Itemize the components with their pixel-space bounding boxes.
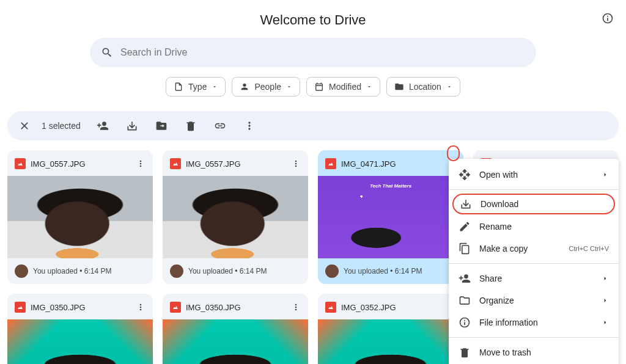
file-name: IMG_0350.JPG (186, 303, 284, 312)
rename-icon (458, 220, 471, 233)
file-meta: You uploaded • 6:14 PM (188, 267, 267, 275)
file-thumbnail[interactable] (318, 319, 463, 364)
trash-icon (458, 346, 471, 359)
copy-icon (458, 242, 471, 255)
file-meta: You uploaded • 6:14 PM (33, 267, 112, 275)
filter-chip-modified[interactable]: Modified (306, 77, 380, 96)
file-more-button[interactable] (133, 300, 148, 315)
filter-chips: Type People Modified Location (0, 77, 626, 96)
drive-move-icon (155, 120, 168, 132)
download-icon (126, 120, 138, 132)
chip-label: Location (409, 82, 441, 92)
selection-toolbar: 1 selected (7, 111, 619, 140)
search-icon (101, 46, 113, 59)
info-button[interactable] (600, 11, 615, 26)
folder-icon (394, 82, 404, 92)
chip-label: Modified (329, 82, 361, 92)
filter-chip-location[interactable]: Location (386, 77, 460, 96)
image-file-icon (325, 158, 336, 169)
person-add-icon (97, 120, 109, 132)
file-thumbnail[interactable]: Tech That Matters (318, 176, 463, 258)
owner-avatar (170, 264, 183, 278)
organize-icon (458, 294, 471, 307)
file-more-button[interactable] (289, 156, 303, 171)
share-button[interactable] (90, 114, 115, 138)
file-more-button[interactable] (289, 300, 303, 315)
filter-chip-type[interactable]: Type (166, 77, 226, 96)
context-menu: Open withDownloadRenameMake a copyCtrl+C… (449, 159, 619, 364)
chevron-down-icon (366, 84, 372, 90)
info-icon (602, 12, 614, 24)
file-thumbnail[interactable] (7, 176, 153, 258)
download-icon (460, 198, 472, 210)
file-name: IMG_0557.JPG (186, 159, 284, 169)
more-actions-button[interactable] (237, 114, 262, 138)
file-thumbnail[interactable] (163, 176, 308, 258)
more-vert-icon (243, 120, 256, 132)
chevron-right-icon (602, 275, 609, 282)
menu-label: File information (479, 318, 593, 327)
calendar-icon (314, 82, 324, 92)
search-input[interactable] (120, 47, 525, 58)
file-thumbnail[interactable] (163, 319, 308, 364)
trash-icon (185, 120, 197, 132)
file-thumbnail[interactable] (7, 319, 153, 364)
file-card[interactable]: IMG_0471.JPG Tech That Matters You uploa… (318, 150, 463, 284)
file-more-button[interactable] (133, 156, 148, 171)
chevron-right-icon (602, 171, 609, 178)
image-file-icon (325, 302, 336, 313)
menu-label: Move to trash (479, 348, 609, 357)
file-icon (174, 82, 183, 92)
file-card[interactable]: IMG_0557.JPG You uploaded • 6:14 PM (163, 150, 308, 284)
menu-item-open-with[interactable]: Open with (449, 164, 619, 186)
menu-label: Make a copy (479, 244, 561, 253)
close-selection-button[interactable] (12, 114, 37, 138)
get-link-button[interactable] (208, 114, 232, 138)
menu-shortcut: Ctrl+C Ctrl+V (569, 245, 609, 252)
person-icon (240, 82, 249, 92)
selection-count: 1 selected (42, 121, 81, 131)
download-button[interactable] (120, 114, 144, 138)
file-card[interactable]: IMG_0352.JPG (318, 294, 463, 364)
menu-divider (449, 263, 619, 264)
menu-item-rename[interactable]: Rename (449, 216, 619, 238)
menu-divider (449, 337, 619, 338)
menu-item-move-to-trash[interactable]: Move to trash (449, 341, 619, 363)
more-vert-icon (291, 302, 301, 312)
link-icon (214, 120, 226, 132)
chip-label: Type (188, 82, 207, 92)
menu-label: Rename (479, 222, 609, 231)
image-file-icon (170, 158, 181, 169)
chevron-right-icon (602, 297, 609, 304)
move-to-button[interactable] (149, 114, 174, 138)
chevron-down-icon (446, 84, 452, 90)
more-vert-icon (291, 159, 301, 169)
chip-label: People (254, 82, 281, 92)
file-name: IMG_0557.JPG (31, 159, 128, 169)
delete-button[interactable] (179, 114, 203, 138)
file-card[interactable]: IMG_0350.JPG (7, 294, 153, 364)
file-name: IMG_0471.JPG (341, 159, 439, 169)
file-card[interactable]: IMG_0557.JPG You uploaded • 6:14 PM (7, 150, 153, 284)
file-name: IMG_0350.JPG (31, 303, 128, 312)
highlight-more-button (447, 145, 460, 161)
menu-label: Open with (479, 170, 593, 180)
share-icon (458, 272, 471, 285)
owner-avatar (15, 264, 28, 278)
menu-item-make-a-copy[interactable]: Make a copyCtrl+C Ctrl+V (449, 238, 619, 260)
menu-item-organize[interactable]: Organize (449, 289, 619, 311)
image-file-icon (15, 158, 26, 169)
owner-avatar (325, 264, 339, 278)
menu-item-download[interactable]: Download (452, 194, 615, 214)
menu-item-share[interactable]: Share (449, 268, 619, 289)
menu-item-file-information[interactable]: File information (449, 311, 619, 333)
chevron-down-icon (286, 84, 292, 90)
more-vert-icon (136, 302, 145, 312)
search-bar[interactable] (90, 38, 536, 67)
filter-chip-people[interactable]: People (232, 77, 300, 96)
close-icon (18, 120, 31, 132)
page-title: Welcome to Drive (0, 12, 626, 28)
file-card[interactable]: IMG_0350.JPG (163, 294, 308, 364)
open-with-icon (458, 169, 471, 181)
image-file-icon (15, 302, 26, 313)
